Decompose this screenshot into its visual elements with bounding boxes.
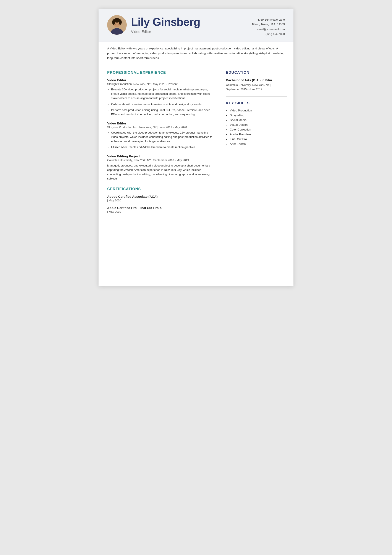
exp-title-3: Video Editing Project <box>107 154 213 158</box>
key-skills-section: KEY SKILLS Video Production Storytelling… <box>226 101 287 146</box>
professional-experience-section: PROFESSIONAL EXPERIENCE Video Editor Sta… <box>107 70 213 181</box>
professional-experience-title: PROFESSIONAL EXPERIENCE <box>107 70 213 75</box>
summary-text: A Video Editor with two years of experie… <box>107 46 285 60</box>
exp-title-2: Video Editor <box>107 121 213 125</box>
cert-title-2: Apple Certified Pro, Final Cut Pro X <box>107 206 213 210</box>
education-section: EDUCATION Bachelor of Arts (B.A.) in Fil… <box>226 70 287 91</box>
edu-meta: Columbia University, New York, NY | Sept… <box>226 83 287 91</box>
skill-item: Social Media <box>226 118 287 122</box>
education-title: EDUCATION <box>226 70 287 75</box>
bullet-item: Execute 30+ video production projects fo… <box>108 87 213 100</box>
skill-item: Video Production <box>226 109 287 112</box>
skill-item: Color Correction <box>226 128 287 131</box>
address-line1: 4759 Sunnydale Lane <box>252 17 285 22</box>
job-title: Video Editor <box>131 30 200 34</box>
experience-entry-3: Video Editing Project Columbia Universit… <box>107 154 213 181</box>
summary-section: A Video Editor with two years of experie… <box>99 41 293 64</box>
key-skills-title: KEY SKILLS <box>226 101 287 105</box>
contact-info: 4759 Sunnydale Lane Plano, Texas, USA, 1… <box>252 15 285 37</box>
exp-bullets-2: Coordinated with the video production te… <box>108 131 213 150</box>
bullet-item: Perform post-production editing using Fi… <box>108 108 213 117</box>
bullet-item: Coordinated with the video production te… <box>108 131 213 144</box>
email: email@youremail.com <box>252 27 285 32</box>
bullet-item: Utilized After Effects and Adobe Premier… <box>108 145 213 149</box>
certifications-section: CERTIFICATIONS Adobe Certified Associate… <box>107 187 213 213</box>
cert-title-1: Adobe Certified Associate (ACA) <box>107 195 213 198</box>
svg-point-4 <box>112 20 115 25</box>
cert-date-1: | May 2020 <box>107 199 213 202</box>
exp-title-1: Video Editor <box>107 78 213 82</box>
address-line2: Plano, Texas, USA, 12345 <box>252 22 285 27</box>
avatar <box>107 15 127 35</box>
header-section: Lily Ginsberg Video Editor 4759 Sunnydal… <box>99 9 293 41</box>
resume-document: Lily Ginsberg Video Editor 4759 Sunnydal… <box>99 9 293 286</box>
cert-entry-2: Apple Certified Pro, Final Cut Pro X | M… <box>107 206 213 213</box>
full-name: Lily Ginsberg <box>131 16 200 28</box>
body-columns: PROFESSIONAL EXPERIENCE Video Editor Sta… <box>99 64 293 223</box>
divider <box>226 96 287 97</box>
skills-list: Video Production Storytelling Social Med… <box>226 109 287 146</box>
exp-meta-3: Columbia University, New York, NY | Sept… <box>107 159 213 162</box>
skill-item: Adobe Premiere <box>226 133 287 136</box>
svg-point-5 <box>119 20 122 25</box>
bullet-item: Collaborate with creative teams to revie… <box>108 102 213 106</box>
cert-entry-1: Adobe Certified Associate (ACA) | May 20… <box>107 195 213 202</box>
experience-entry-2: Video Editor Storyline Production Inc., … <box>107 121 213 150</box>
exp-meta-1: Starlight Production, New York, NY | May… <box>107 82 213 86</box>
header-left: Lily Ginsberg Video Editor <box>107 15 200 35</box>
name-block: Lily Ginsberg Video Editor <box>131 16 200 34</box>
edu-entry-1: Bachelor of Arts (B.A.) in Film Columbia… <box>226 78 287 91</box>
experience-entry-1: Video Editor Starlight Production, New Y… <box>107 78 213 117</box>
skill-item: Final Cut Pro <box>226 138 287 141</box>
right-column: EDUCATION Bachelor of Arts (B.A.) in Fil… <box>219 64 293 223</box>
exp-meta-2: Storyline Production Inc., New York, NY … <box>107 125 213 129</box>
skill-item: Storytelling <box>226 114 287 117</box>
phone: (123) 456-7890 <box>252 32 285 37</box>
skill-item: Visual Design <box>226 123 287 126</box>
cert-date-2: | May 2019 <box>107 210 213 213</box>
certifications-title: CERTIFICATIONS <box>107 187 213 191</box>
exp-desc-3: Managed, produced, and executed a video … <box>107 163 213 181</box>
exp-bullets-1: Execute 30+ video production projects fo… <box>108 87 213 117</box>
left-column: PROFESSIONAL EXPERIENCE Video Editor Sta… <box>99 64 219 223</box>
skill-item: After Effects <box>226 142 287 146</box>
edu-degree: Bachelor of Arts (B.A.) in Film <box>226 78 287 82</box>
